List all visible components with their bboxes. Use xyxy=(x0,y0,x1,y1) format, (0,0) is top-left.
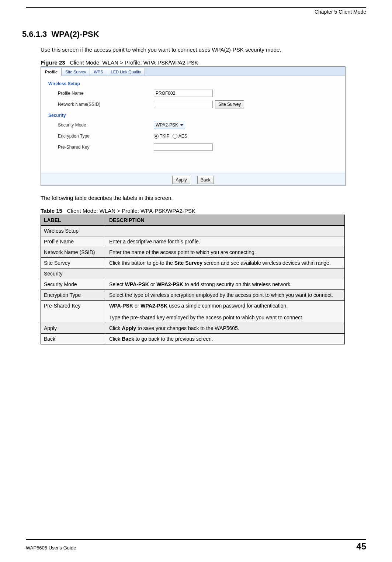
cell: Click Apply to save your changes back to… xyxy=(106,323,345,334)
page-footer: WAP5605 User's Guide 45 xyxy=(26,539,366,552)
table-row: Back Click Back to go back to the previo… xyxy=(41,334,345,344)
tab-wps[interactable]: WPS xyxy=(90,68,107,76)
cell: Select WPA-PSK or WPA2-PSK to add strong… xyxy=(106,279,345,290)
encryption-type-label: Encryption Type xyxy=(58,133,154,139)
back-button[interactable]: Back xyxy=(197,176,214,184)
cell: Network Name (SSID) xyxy=(41,247,106,258)
encryption-tkip-label: TKIP xyxy=(160,133,170,139)
ssid-label: Network Name(SSID) xyxy=(58,102,154,107)
cell: Wireless Setup xyxy=(41,226,345,236)
site-survey-button[interactable]: Site Survey xyxy=(215,100,244,108)
table-row: Security xyxy=(41,268,345,279)
security-mode-select[interactable]: WPA2-PSK xyxy=(154,121,185,129)
section-title: WPA(2)-PSK xyxy=(52,30,99,39)
footer-page-number: 45 xyxy=(356,541,366,552)
cell: Enter the name of the access point to wh… xyxy=(106,247,345,258)
cell: Security Mode xyxy=(41,279,106,290)
section-number: 5.6.1.3 xyxy=(22,30,47,39)
profile-name-input[interactable] xyxy=(154,90,213,97)
table-row: Encryption Type Select the type of wirel… xyxy=(41,290,345,301)
table-row: Profile Name Enter a descriptive name fo… xyxy=(41,236,345,247)
table-label: Table 15 xyxy=(41,208,62,214)
tab-bar: Profile Site Survey WPS LED Link Quality xyxy=(41,67,345,76)
encryption-aes-radio[interactable]: AES xyxy=(173,133,187,139)
tab-profile[interactable]: Profile xyxy=(41,68,62,76)
radio-icon xyxy=(154,134,159,139)
chevron-down-icon xyxy=(180,124,183,126)
table-row: Pre-Shared Key WPA-PSK or WPA2-PSK uses … xyxy=(41,301,345,323)
intro-paragraph: Use this screen if the access point to w… xyxy=(41,46,366,53)
cell: Click Back to go back to the previous sc… xyxy=(106,334,345,344)
th-description: DESCRIPTION xyxy=(106,215,345,226)
chapter-header: Chapter 5 Client Mode xyxy=(26,9,366,15)
figure-caption: Figure 23 Client Mode: WLAN > Profile: W… xyxy=(41,59,366,66)
cell: Select the type of wireless encryption e… xyxy=(106,290,345,301)
section-heading: 5.6.1.3 WPA(2)-PSK xyxy=(22,30,366,39)
psk-input[interactable] xyxy=(154,143,213,151)
table-row: Site Survey Click this button to go to t… xyxy=(41,258,345,268)
description-table: LABEL DESCRIPTION Wireless Setup Profile… xyxy=(41,215,345,344)
apply-button[interactable]: Apply xyxy=(172,176,190,184)
figure-label: Figure 23 xyxy=(41,59,65,66)
cell: Profile Name xyxy=(41,236,106,247)
profile-name-label: Profile Name xyxy=(58,91,154,96)
encryption-tkip-radio[interactable]: TKIP xyxy=(154,133,170,139)
security-mode-label: Security Mode xyxy=(58,122,154,128)
cell: Security xyxy=(41,268,345,279)
tab-led-link-quality[interactable]: LED Link Quality xyxy=(107,68,145,76)
table-title: Client Mode: WLAN > Profile: WPA-PSK/WPA… xyxy=(67,208,195,214)
cell: Back xyxy=(41,334,106,344)
security-mode-value: WPA2-PSK xyxy=(156,122,178,128)
table-intro-paragraph: The following table describes the labels… xyxy=(41,195,366,201)
cell: Encryption Type xyxy=(41,290,106,301)
table-row: Security Mode Select WPA-PSK or WPA2-PSK… xyxy=(41,279,345,290)
tab-site-survey[interactable]: Site Survey xyxy=(61,68,90,76)
profile-screenshot: Profile Site Survey WPS LED Link Quality… xyxy=(41,66,346,186)
table-row: Network Name (SSID) Enter the name of th… xyxy=(41,247,345,258)
ssid-input[interactable] xyxy=(154,101,213,108)
th-label: LABEL xyxy=(41,215,106,226)
group-wireless-setup: Wireless Setup xyxy=(48,81,338,86)
cell: Apply xyxy=(41,323,106,334)
cell: Click this button to go to the Site Surv… xyxy=(106,258,345,268)
radio-icon xyxy=(173,134,177,139)
psk-label: Pre-Shared Key xyxy=(58,145,154,150)
group-security: Security xyxy=(48,113,338,118)
cell: Site Survey xyxy=(41,258,106,268)
table-caption: Table 15 Client Mode: WLAN > Profile: WP… xyxy=(41,208,366,214)
figure-title: Client Mode: WLAN > Profile: WPA-PSK/WPA… xyxy=(70,59,198,66)
cell: WPA-PSK or WPA2-PSK uses a simple common… xyxy=(106,301,345,323)
footer-guide-name: WAP5605 User's Guide xyxy=(26,545,76,551)
table-row: Apply Click Apply to save your changes b… xyxy=(41,323,345,334)
cell: Enter a descriptive name for this profil… xyxy=(106,236,345,247)
encryption-aes-label: AES xyxy=(178,133,187,139)
table-row: Wireless Setup xyxy=(41,226,345,236)
cell: Pre-Shared Key xyxy=(41,301,106,323)
